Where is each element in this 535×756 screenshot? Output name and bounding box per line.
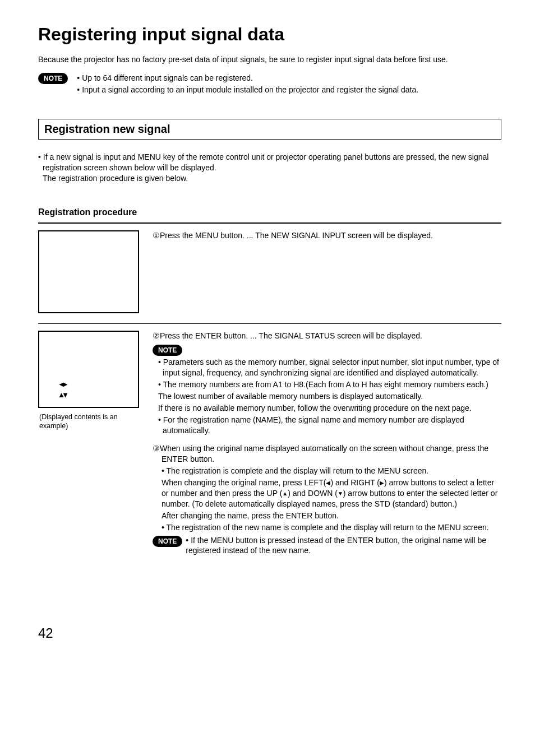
step-1-body: Press the MENU button. ... The NEW SIGNA… bbox=[160, 231, 433, 240]
down-arrow-icon: ▼ bbox=[338, 490, 343, 497]
step-3-sub: After changing the name, press the ENTER… bbox=[162, 511, 501, 521]
note-item: • For the registration name (NAME), the … bbox=[158, 415, 501, 436]
divider bbox=[38, 323, 501, 324]
step-2-lead: Press the ENTER button. ... The SIGNAL S… bbox=[160, 331, 422, 340]
procedure-heading: Registration procedure bbox=[38, 206, 501, 219]
note-line: The lowest number of available memory nu… bbox=[158, 391, 501, 402]
page-title: Registering input signal data bbox=[38, 22, 501, 47]
note-badge: NOTE bbox=[153, 345, 182, 356]
top-note-item: • Input a signal according to an input m… bbox=[77, 85, 418, 95]
up-arrow-icon: ▲ bbox=[282, 490, 288, 497]
final-note-row: NOTE • If the MENU button is pressed ins… bbox=[153, 535, 501, 556]
final-note-text: • If the MENU button is pressed instead … bbox=[186, 535, 501, 556]
note-badge: NOTE bbox=[153, 536, 182, 547]
figure-placeholder bbox=[38, 230, 139, 313]
divider bbox=[38, 222, 501, 224]
section-intro: • If a new signal is input and MENU key … bbox=[38, 152, 501, 184]
figure-placeholder: ◂▸▴▾ bbox=[38, 331, 139, 408]
step-1-row: ①Press the MENU button. ... The NEW SIGN… bbox=[38, 230, 501, 313]
note-item: • Parameters such as the memory number, … bbox=[158, 357, 501, 378]
page-number: 42 bbox=[38, 624, 501, 642]
intro-text: Because the projector has no factory pre… bbox=[38, 54, 501, 65]
step-3-sub: When changing the original name, press L… bbox=[162, 477, 501, 509]
section-heading: Registration new signal bbox=[38, 119, 501, 140]
note-line: If there is no available memory number, … bbox=[158, 403, 501, 414]
section-intro-line: The registration procedure is given belo… bbox=[38, 173, 501, 184]
note-badge: NOTE bbox=[38, 73, 68, 84]
top-note-row: NOTE • Up to 64 different input signals … bbox=[38, 73, 501, 96]
step-2-notes: • Parameters such as the memory number, … bbox=[153, 357, 501, 435]
step-2-row: ◂▸▴▾ (Displayed contents is an example) … bbox=[38, 331, 501, 557]
step-3-sub: • The registration is complete and the d… bbox=[162, 466, 501, 476]
right-arrow-icon: ▶ bbox=[380, 480, 384, 486]
step-3-sub: • The registration of the new name is co… bbox=[162, 522, 501, 533]
top-note-item: • Up to 64 different input signals can b… bbox=[77, 73, 418, 84]
top-note-list: • Up to 64 different input signals can b… bbox=[77, 73, 418, 96]
step-1-text: ①Press the MENU button. ... The NEW SIGN… bbox=[153, 230, 501, 243]
step-3-lead: When using the original name displayed a… bbox=[160, 444, 488, 463]
nav-arrows-icon: ◂▸▴▾ bbox=[59, 379, 67, 400]
section-intro-line: • If a new signal is input and MENU key … bbox=[38, 152, 501, 173]
note-item: • The memory numbers are from A1 to H8.(… bbox=[158, 379, 501, 390]
figure-caption: (Displayed contents is an example) bbox=[38, 412, 144, 431]
step-3-text: ③When using the original name displayed … bbox=[153, 443, 501, 556]
step-2-text: ②Press the ENTER button. ... The SIGNAL … bbox=[153, 331, 501, 557]
